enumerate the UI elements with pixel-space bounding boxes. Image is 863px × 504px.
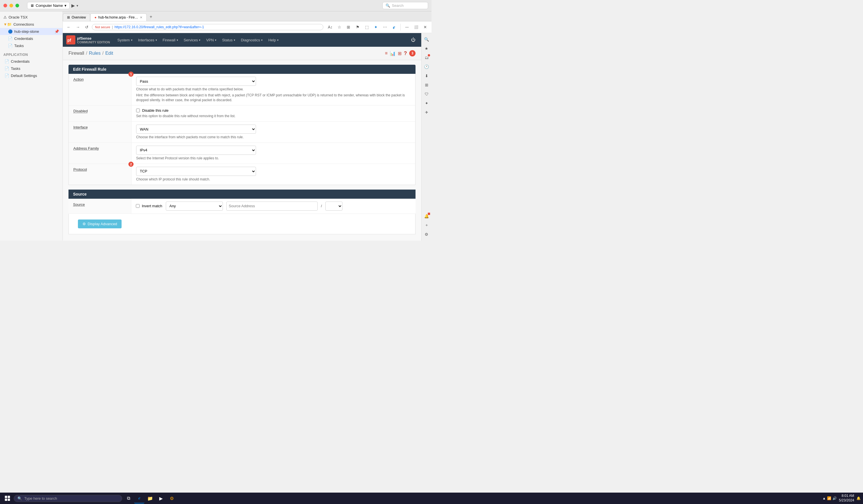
sidebar: ⚠ Oracle TSX ▼📁 Connections 🔵 hub-step-s… <box>0 11 63 241</box>
panel-history-icon[interactable]: 🕐 <box>423 63 431 71</box>
pfsense-logo: pf pfSense COMMUNITY EDITION <box>66 35 110 44</box>
sidebar-app-credentials[interactable]: 📄 Credentials <box>0 58 62 65</box>
protocol-label: Protocol 2 <box>69 164 132 185</box>
address-family-select[interactable]: IPv4 IPv6 IPv4+IPv6 <box>136 146 256 155</box>
slash-separator: / <box>321 204 322 208</box>
restore-window-icon[interactable]: ⬜ <box>412 23 420 31</box>
screenshot-icon[interactable]: ⬚ <box>363 23 371 31</box>
reader-mode-icon[interactable]: ⊞ <box>345 23 352 31</box>
disabled-checkbox[interactable] <box>136 108 140 112</box>
mac-maximize-button[interactable] <box>15 4 19 8</box>
sidebar-tasks-label: Tasks <box>14 43 24 48</box>
address-family-label: Address Family <box>69 143 132 164</box>
panel-settings-icon[interactable]: ⚙ <box>423 230 431 238</box>
nav-vpn[interactable]: VPN ▾ <box>203 34 219 46</box>
badge-number-3: 3 <box>409 50 415 56</box>
panel-favorites-icon[interactable]: ★ <box>423 44 431 52</box>
panel-collections-icon[interactable]: 🗂 <box>423 54 431 62</box>
address-family-hint: Select the Internet Protocol version thi… <box>136 156 411 161</box>
panel-notifications-icon[interactable]: 🔔 <box>423 212 431 220</box>
sidebar-app-tasks[interactable]: 📄 Tasks <box>0 65 62 72</box>
interface-select[interactable]: WAN LAN <box>136 125 256 134</box>
nav-interfaces[interactable]: Interfaces ▾ <box>135 34 160 46</box>
forward-button[interactable]: → <box>74 24 82 30</box>
page-content: Edit Firewall Rule Action 1 Pass <box>63 60 421 239</box>
browser-window: ⊞ Overview ● hub-fw.home.arpa - Firewall… <box>63 11 432 241</box>
computer-name-selector[interactable]: 🖥 Computer Name ▾ <box>27 2 70 9</box>
sidebar-oracle-tsx[interactable]: ⚠ Oracle TSX <box>0 14 62 21</box>
display-advanced-button[interactable]: ⚙ Display Advanced <box>78 220 122 228</box>
nav-status[interactable]: Status ▾ <box>219 34 238 46</box>
nav-help[interactable]: Help ▾ <box>265 34 282 46</box>
play-chevron-icon[interactable]: ▾ <box>76 4 78 8</box>
pfsense-container: pf pfSense COMMUNITY EDITION System ▾ In… <box>63 33 421 241</box>
panel-apps-icon[interactable]: ⊞ <box>423 81 431 89</box>
computer-name-label: Computer Name <box>36 3 63 8</box>
panel-add-icon[interactable]: ＋ <box>423 221 431 229</box>
interface-hint: Choose the interface from which packets … <box>136 135 411 140</box>
nav-firewall[interactable]: Firewall ▾ <box>160 34 181 46</box>
display-advanced-container: ⚙ Display Advanced <box>68 214 415 234</box>
more-options-icon[interactable]: ⋯ <box>381 23 389 31</box>
mac-nav: 🖥 Computer Name ▾ ▶ ▾ <box>27 2 78 9</box>
favorite-icon[interactable]: ☆ <box>335 23 343 31</box>
address-family-row: Address Family IPv4 IPv6 IPv4+IPv6 Selec… <box>69 143 415 164</box>
tab-overview[interactable]: ⊞ Overview <box>63 13 90 21</box>
sidebar-default-settings[interactable]: 📄 Default Settings <box>0 72 62 79</box>
mac-minimize-button[interactable] <box>10 4 13 8</box>
sidebar-default-settings-label: Default Settings <box>11 74 37 78</box>
sidebar-connections[interactable]: ▼📁 Connections <box>0 21 62 28</box>
close-x-icon[interactable]: ✕ <box>421 23 429 31</box>
protocol-row: Protocol 2 TCP UDP TCP/UDP ICMP Any <box>69 164 415 185</box>
nav-system[interactable]: System ▾ <box>114 34 135 46</box>
panel-downloads-icon[interactable]: ⬇ <box>423 72 431 80</box>
new-tab-button[interactable]: + <box>147 13 155 21</box>
help-icon[interactable]: ? <box>404 50 407 56</box>
badge-2: 2 <box>128 161 134 167</box>
invert-match-checkbox[interactable] <box>136 204 140 208</box>
refresh-button[interactable]: ↺ <box>83 24 90 30</box>
tab-active-label: hub-fw.home.arpa - Firewall: Rul... <box>98 15 138 20</box>
app-tasks-icon: 📄 <box>4 66 9 71</box>
breadcrumb-edit[interactable]: Edit <box>105 51 113 56</box>
tab-hub-step-stone[interactable]: ● hub-fw.home.arpa - Firewall: Rul... ✕ <box>90 13 147 21</box>
table-icon[interactable]: ⊞ <box>398 51 401 56</box>
panel-copilot-icon[interactable]: ✦ <box>423 99 431 107</box>
hub-icon: 🔵 <box>8 29 13 34</box>
chart-icon[interactable]: 📊 <box>390 51 396 56</box>
nav-diagnostics[interactable]: Diagnostics ▾ <box>238 34 265 46</box>
url-text: https://172.16.0.20/firewall_rules_edit.… <box>114 25 204 29</box>
mac-search[interactable]: 🔍 Search <box>383 2 428 9</box>
add-favorites-icon[interactable]: ⚑ <box>353 23 362 31</box>
translate-icon[interactable]: A↕ <box>326 23 334 31</box>
back-button[interactable]: ← <box>65 24 73 30</box>
edit-firewall-rule-header: Edit Firewall Rule <box>68 65 415 74</box>
sidebar-hub-step-stone[interactable]: 🔵 hub-step-stone 📌 <box>0 28 62 35</box>
url-bar[interactable]: Not secure | https://172.16.0.20/firewal… <box>92 24 323 30</box>
nav-logout-icon[interactable]: ⏻ <box>409 35 418 45</box>
gear-icon: ⚙ <box>83 222 86 226</box>
filter-icon[interactable]: ≡ <box>385 51 388 56</box>
mac-close-button[interactable] <box>3 4 7 8</box>
sidebar-credentials[interactable]: 📄 Credentials <box>0 35 62 42</box>
security-warning: Not secure <box>95 25 110 29</box>
breadcrumb-rules[interactable]: Rules <box>89 51 101 56</box>
action-select[interactable]: Pass Block Reject <box>136 77 256 86</box>
browser-controls: ← → ↺ Not secure | https://172.16.0.20/f… <box>63 21 432 33</box>
source-mask-select[interactable] <box>325 202 342 211</box>
source-any-select[interactable]: Any <box>166 202 223 211</box>
nav-services[interactable]: Services ▾ <box>181 34 203 46</box>
panel-search-icon[interactable]: 🔍 <box>423 35 431 43</box>
mac-titlebar: 🖥 Computer Name ▾ ▶ ▾ 🔍 Search <box>0 0 432 11</box>
breadcrumb-icons: ≡ 📊 ⊞ ? 3 <box>385 50 415 56</box>
source-address-input[interactable] <box>226 202 318 211</box>
panel-browser-essentials-icon[interactable]: 🛡 <box>423 90 431 98</box>
sidebar-app-credentials-label: Credentials <box>11 59 30 64</box>
close-window-icon[interactable]: — <box>403 23 411 31</box>
panel-telegram-icon[interactable]: ✈ <box>423 108 431 116</box>
sidebar-tasks[interactable]: 📄 Tasks <box>0 42 62 49</box>
copilot-icon[interactable]: ✦ <box>372 23 380 31</box>
play-icon[interactable]: ▶ <box>71 3 75 8</box>
tab-close-button[interactable]: ✕ <box>140 16 142 20</box>
protocol-select[interactable]: TCP UDP TCP/UDP ICMP Any <box>136 167 256 176</box>
